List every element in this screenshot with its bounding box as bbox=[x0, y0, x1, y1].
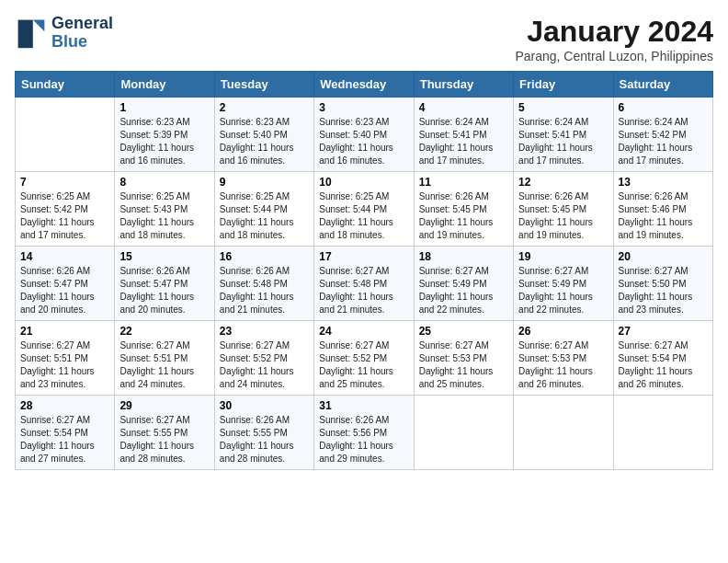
calendar-table: SundayMondayTuesdayWednesdayThursdayFrid… bbox=[15, 71, 713, 470]
day-number: 26 bbox=[518, 325, 608, 338]
general-blue-logo-icon bbox=[15, 17, 48, 50]
calendar-cell: 21Sunrise: 6:27 AMSunset: 5:51 PMDayligh… bbox=[16, 321, 115, 396]
calendar-cell bbox=[16, 98, 115, 172]
title-block: January 2024 Parang, Central Luzon, Phil… bbox=[515, 15, 713, 63]
calendar-cell: 10Sunrise: 6:25 AMSunset: 5:44 PMDayligh… bbox=[314, 172, 414, 247]
calendar-cell: 20Sunrise: 6:27 AMSunset: 5:50 PMDayligh… bbox=[613, 247, 712, 321]
calendar-cell: 27Sunrise: 6:27 AMSunset: 5:54 PMDayligh… bbox=[613, 321, 712, 396]
day-number: 3 bbox=[319, 101, 408, 114]
day-info: Sunrise: 6:24 AMSunset: 5:41 PMDaylight:… bbox=[419, 116, 508, 167]
calendar-cell: 16Sunrise: 6:26 AMSunset: 5:48 PMDayligh… bbox=[214, 247, 313, 321]
day-info: Sunrise: 6:26 AMSunset: 5:45 PMDaylight:… bbox=[419, 190, 508, 242]
page-header: General Blue January 2024 Parang, Centra… bbox=[15, 15, 713, 63]
day-info: Sunrise: 6:25 AMSunset: 5:44 PMDaylight:… bbox=[220, 190, 309, 242]
calendar-cell: 12Sunrise: 6:26 AMSunset: 5:45 PMDayligh… bbox=[514, 172, 613, 247]
dow-header-monday: Monday bbox=[115, 72, 214, 98]
logo-text: General Blue bbox=[51, 15, 113, 52]
day-info: Sunrise: 6:26 AMSunset: 5:56 PMDaylight:… bbox=[319, 414, 408, 465]
day-of-week-header-row: SundayMondayTuesdayWednesdayThursdayFrid… bbox=[16, 72, 713, 98]
calendar-cell: 2Sunrise: 6:23 AMSunset: 5:40 PMDaylight… bbox=[214, 98, 313, 172]
calendar-cell: 14Sunrise: 6:26 AMSunset: 5:47 PMDayligh… bbox=[16, 247, 115, 321]
day-number: 24 bbox=[319, 325, 408, 338]
svg-marker-0 bbox=[33, 19, 45, 31]
day-number: 5 bbox=[518, 101, 608, 114]
day-info: Sunrise: 6:26 AMSunset: 5:55 PMDaylight:… bbox=[220, 414, 309, 465]
day-number: 15 bbox=[119, 250, 209, 263]
calendar-cell: 9Sunrise: 6:25 AMSunset: 5:44 PMDaylight… bbox=[214, 172, 313, 247]
calendar-cell: 23Sunrise: 6:27 AMSunset: 5:52 PMDayligh… bbox=[214, 321, 313, 396]
page-title: January 2024 bbox=[515, 15, 713, 49]
calendar-cell: 5Sunrise: 6:24 AMSunset: 5:41 PMDaylight… bbox=[514, 98, 613, 172]
day-info: Sunrise: 6:27 AMSunset: 5:53 PMDaylight:… bbox=[518, 339, 608, 391]
day-number: 1 bbox=[119, 101, 209, 114]
day-info: Sunrise: 6:27 AMSunset: 5:54 PMDaylight:… bbox=[20, 414, 109, 465]
dow-header-thursday: Thursday bbox=[414, 72, 513, 98]
calendar-cell: 6Sunrise: 6:24 AMSunset: 5:42 PMDaylight… bbox=[613, 98, 712, 172]
day-info: Sunrise: 6:26 AMSunset: 5:45 PMDaylight:… bbox=[518, 190, 608, 242]
calendar-cell: 17Sunrise: 6:27 AMSunset: 5:48 PMDayligh… bbox=[314, 247, 414, 321]
day-info: Sunrise: 6:27 AMSunset: 5:52 PMDaylight:… bbox=[319, 339, 408, 391]
day-number: 2 bbox=[220, 101, 309, 114]
day-number: 13 bbox=[619, 176, 708, 189]
day-info: Sunrise: 6:23 AMSunset: 5:39 PMDaylight:… bbox=[119, 116, 209, 167]
day-number: 11 bbox=[419, 176, 508, 189]
day-number: 30 bbox=[220, 399, 309, 412]
dow-header-saturday: Saturday bbox=[613, 72, 712, 98]
day-info: Sunrise: 6:27 AMSunset: 5:51 PMDaylight:… bbox=[119, 339, 209, 391]
day-number: 9 bbox=[220, 176, 309, 189]
day-number: 8 bbox=[119, 176, 209, 189]
calendar-cell: 29Sunrise: 6:27 AMSunset: 5:55 PMDayligh… bbox=[115, 396, 214, 470]
day-info: Sunrise: 6:26 AMSunset: 5:47 PMDaylight:… bbox=[20, 265, 109, 316]
day-number: 18 bbox=[419, 250, 508, 263]
day-info: Sunrise: 6:23 AMSunset: 5:40 PMDaylight:… bbox=[319, 116, 408, 167]
day-number: 10 bbox=[319, 176, 408, 189]
day-info: Sunrise: 6:27 AMSunset: 5:53 PMDaylight:… bbox=[419, 339, 508, 391]
week-row-1: 7Sunrise: 6:25 AMSunset: 5:42 PMDaylight… bbox=[16, 172, 713, 247]
day-number: 23 bbox=[220, 325, 309, 338]
day-info: Sunrise: 6:24 AMSunset: 5:41 PMDaylight:… bbox=[518, 116, 608, 167]
day-number: 17 bbox=[319, 250, 408, 263]
day-number: 27 bbox=[619, 325, 708, 338]
calendar-cell: 7Sunrise: 6:25 AMSunset: 5:42 PMDaylight… bbox=[16, 172, 115, 247]
day-info: Sunrise: 6:27 AMSunset: 5:48 PMDaylight:… bbox=[319, 265, 408, 316]
day-number: 25 bbox=[419, 325, 508, 338]
calendar-cell: 4Sunrise: 6:24 AMSunset: 5:41 PMDaylight… bbox=[414, 98, 513, 172]
day-number: 22 bbox=[119, 325, 209, 338]
day-number: 4 bbox=[419, 101, 508, 114]
calendar-cell: 1Sunrise: 6:23 AMSunset: 5:39 PMDaylight… bbox=[115, 98, 214, 172]
day-number: 20 bbox=[619, 250, 708, 263]
logo: General Blue bbox=[15, 15, 113, 52]
calendar-cell: 26Sunrise: 6:27 AMSunset: 5:53 PMDayligh… bbox=[514, 321, 613, 396]
calendar-cell: 24Sunrise: 6:27 AMSunset: 5:52 PMDayligh… bbox=[314, 321, 414, 396]
calendar-cell: 22Sunrise: 6:27 AMSunset: 5:51 PMDayligh… bbox=[115, 321, 214, 396]
day-info: Sunrise: 6:23 AMSunset: 5:40 PMDaylight:… bbox=[220, 116, 309, 167]
day-number: 31 bbox=[319, 399, 408, 412]
week-row-2: 14Sunrise: 6:26 AMSunset: 5:47 PMDayligh… bbox=[16, 247, 713, 321]
calendar-cell: 19Sunrise: 6:27 AMSunset: 5:49 PMDayligh… bbox=[514, 247, 613, 321]
day-number: 7 bbox=[20, 176, 109, 189]
day-number: 16 bbox=[220, 250, 309, 263]
day-info: Sunrise: 6:27 AMSunset: 5:55 PMDaylight:… bbox=[119, 414, 209, 465]
day-info: Sunrise: 6:27 AMSunset: 5:50 PMDaylight:… bbox=[619, 265, 708, 316]
calendar-cell: 31Sunrise: 6:26 AMSunset: 5:56 PMDayligh… bbox=[314, 396, 414, 470]
calendar-cell bbox=[613, 396, 712, 470]
day-info: Sunrise: 6:27 AMSunset: 5:51 PMDaylight:… bbox=[20, 339, 109, 391]
day-info: Sunrise: 6:26 AMSunset: 5:47 PMDaylight:… bbox=[119, 265, 209, 316]
week-row-0: 1Sunrise: 6:23 AMSunset: 5:39 PMDaylight… bbox=[16, 98, 713, 172]
svg-rect-1 bbox=[18, 19, 33, 48]
calendar-body: 1Sunrise: 6:23 AMSunset: 5:39 PMDaylight… bbox=[16, 98, 713, 470]
day-number: 19 bbox=[518, 250, 608, 263]
logo-line1: General bbox=[51, 15, 113, 33]
calendar-cell: 13Sunrise: 6:26 AMSunset: 5:46 PMDayligh… bbox=[613, 172, 712, 247]
day-info: Sunrise: 6:25 AMSunset: 5:43 PMDaylight:… bbox=[119, 190, 209, 242]
calendar-cell: 25Sunrise: 6:27 AMSunset: 5:53 PMDayligh… bbox=[414, 321, 513, 396]
calendar-cell: 28Sunrise: 6:27 AMSunset: 5:54 PMDayligh… bbox=[16, 396, 115, 470]
dow-header-sunday: Sunday bbox=[16, 72, 115, 98]
day-number: 21 bbox=[20, 325, 109, 338]
day-info: Sunrise: 6:26 AMSunset: 5:48 PMDaylight:… bbox=[220, 265, 309, 316]
day-number: 29 bbox=[119, 399, 209, 412]
calendar-cell bbox=[414, 396, 513, 470]
dow-header-friday: Friday bbox=[514, 72, 613, 98]
day-number: 6 bbox=[619, 101, 708, 114]
dow-header-tuesday: Tuesday bbox=[214, 72, 313, 98]
